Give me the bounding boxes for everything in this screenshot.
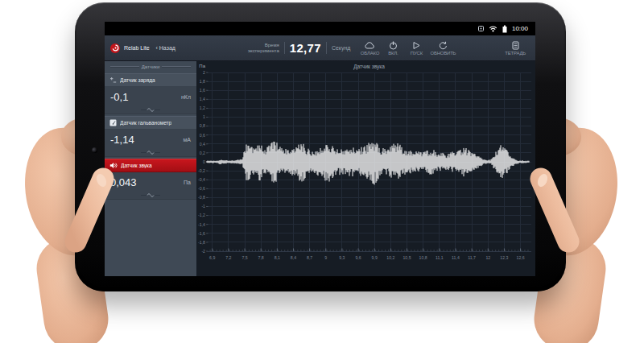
y-axis-tick-label: -1,2 (198, 213, 205, 217)
play-icon (411, 41, 421, 50)
sensor-header[interactable]: Датчик звука (105, 159, 196, 172)
x-axis-tick-label: 9,3 (339, 255, 345, 260)
notebook-button[interactable]: ТЕТРАДЬ (505, 41, 526, 56)
sensors-section-divider: Датчики (105, 61, 196, 72)
experiment-time-label: Время эксперимента (248, 43, 279, 54)
x-axis-tick-label: 11,4 (452, 255, 460, 260)
experiment-time-unit: Секунд (332, 45, 351, 51)
sound-sensor-icon (109, 162, 118, 169)
power-icon (388, 41, 398, 50)
sensor-unit: Па (184, 180, 191, 185)
cloud-icon (364, 41, 375, 50)
y-axis-tick-label: 1,8 (200, 79, 205, 84)
experiment-time-value: 12,77 (290, 41, 321, 55)
x-axis-tick-label: 8,1 (275, 255, 280, 260)
app-title: Relab Lite (124, 45, 150, 51)
sensor-value: -1,14 (110, 134, 134, 146)
sensor-value: 0,043 (110, 176, 137, 188)
x-axis-tick-label: 11,7 (468, 255, 476, 260)
sensors-section-label: Датчики (142, 64, 159, 69)
experiment-time: Время эксперимента 12,77 Секунд (248, 41, 350, 55)
sensor-unit: нКл (181, 94, 191, 100)
x-axis-tick-label: 12,6 (517, 255, 525, 260)
sensor-item-galvanometer: Датчик гальванометр -1,14 мА (105, 116, 196, 157)
y-axis-tick-label: 0,8 (200, 123, 205, 128)
x-axis-tick-label: 8,4 (291, 255, 296, 260)
main-content: Датчики Датчик заряда (105, 61, 535, 276)
x-axis-tick-label: 9,6 (355, 255, 361, 260)
y-axis-tick-label: 1,4 (200, 97, 205, 101)
y-axis-unit-label: Па (199, 64, 205, 68)
sensor-name: Датчик звука (121, 163, 152, 168)
galvanometer-sensor-icon (109, 119, 117, 126)
refresh-icon (438, 41, 448, 50)
y-axis-tick-label: -0,2 (198, 168, 205, 173)
refresh-button[interactable]: ОБНОВИТЬ (430, 41, 456, 56)
x-axis-tick-label: 7,5 (242, 255, 247, 260)
app-header: Relab Lite ‹ Назад (105, 43, 196, 53)
status-time: 10:00 (512, 25, 528, 32)
sensor-item-charge: Датчик заряда -0,1 нКл (105, 73, 196, 114)
mini-wave-icon (141, 107, 160, 113)
sensor-item-sound: Датчик звука 0,043 Па (105, 159, 196, 200)
sensor-header[interactable]: Датчик заряда (105, 73, 196, 87)
charge-sensor-icon (109, 76, 117, 84)
x-axis-tick-label: 11,1 (436, 255, 444, 260)
x-axis-tick-label: 8,7 (307, 255, 312, 260)
sensor-unit: мА (184, 137, 191, 143)
sound-waveform-chart[interactable]: Датчик звукаПа21,81,61,41,210,80,60,40,2… (196, 61, 535, 276)
x-axis-tick-label: 12 (485, 255, 490, 260)
relab-logo-icon (110, 43, 120, 53)
wifi-icon (489, 25, 497, 32)
x-axis-tick-label: 10,8 (419, 255, 427, 260)
chart-title: Датчик звука (353, 64, 385, 70)
x-axis-tick-label: 9,9 (372, 255, 378, 260)
y-axis-tick-label: -0,6 (198, 186, 205, 191)
y-axis-tick-label: 0,2 (200, 151, 205, 155)
divider (326, 42, 327, 54)
sensor-name: Датчик заряда (120, 77, 155, 83)
x-axis-tick-label: 10,2 (386, 255, 394, 260)
mini-wave-icon (141, 150, 160, 155)
sensor-sidebar: Датчики Датчик заряда (105, 61, 196, 276)
scene: 10:00 Relab Lite ‹ Назад Время экспериме… (0, 0, 644, 343)
battery-icon (502, 25, 508, 33)
back-button[interactable]: ‹ Назад (156, 45, 175, 51)
sensor-header[interactable]: Датчик гальванометр (105, 116, 196, 130)
status-bar: 10:00 (105, 22, 535, 35)
expand-handle[interactable] (105, 149, 196, 157)
tablet-device: 10:00 Relab Lite ‹ Назад Время экспериме… (75, 2, 566, 291)
y-axis-tick-label: 2 (203, 70, 205, 75)
x-axis-tick-label: 7,2 (225, 255, 231, 260)
toolbar-actions: ОБЛАКО ВКЛ. ПУСК (360, 41, 456, 56)
y-axis-tick-label: -1,4 (198, 222, 205, 227)
notebook-icon (511, 41, 520, 50)
power-button[interactable]: ВКЛ. (383, 41, 402, 56)
sensor-value: -0,1 (110, 91, 128, 103)
sensor-reading: -1,14 мА (105, 130, 196, 149)
y-axis-tick-label: 0,6 (200, 133, 205, 138)
expand-handle[interactable] (105, 106, 196, 114)
y-axis-tick-label: -1 (201, 204, 205, 209)
y-axis-tick-label: -1,8 (198, 240, 205, 245)
y-axis-tick-label: 1,2 (200, 105, 205, 110)
x-axis-tick-label: 7,8 (258, 255, 264, 260)
chart-panel: Датчик звукаПа21,81,61,41,210,80,60,40,2… (196, 61, 535, 276)
cloud-button[interactable]: ОБЛАКО (360, 41, 379, 56)
y-axis-tick-label: 1 (203, 114, 205, 119)
y-axis-tick-label: 0,4 (200, 142, 205, 147)
x-axis-tick-label: 10,5 (402, 255, 411, 260)
y-axis-tick-label: 1,6 (200, 88, 205, 93)
x-axis-tick-label: 9 (324, 255, 327, 260)
app-toolbar: Relab Lite ‹ Назад Время эксперимента 12… (105, 35, 535, 61)
start-button[interactable]: ПУСК (407, 41, 426, 56)
rotation-lock-icon (477, 25, 485, 32)
mini-wave-icon (141, 192, 160, 198)
divider (284, 42, 285, 54)
y-axis-tick-label: -0,4 (198, 177, 205, 182)
expand-handle[interactable] (105, 192, 196, 200)
sensor-reading: 0,043 Па (105, 172, 196, 192)
x-axis-tick-label: 6,9 (209, 255, 215, 260)
sensor-reading: -0,1 нКл (105, 87, 196, 106)
y-axis-tick-label: 0 (203, 159, 205, 164)
